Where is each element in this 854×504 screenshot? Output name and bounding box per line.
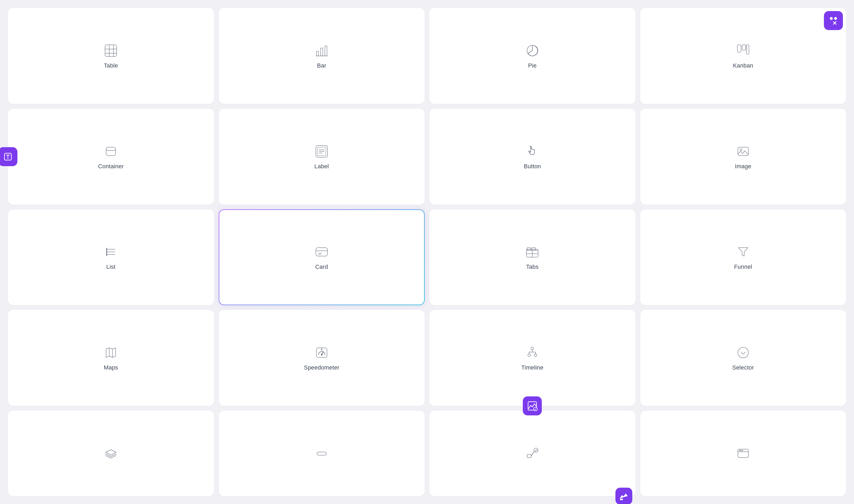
grid-item-window[interactable]	[640, 411, 846, 496]
grid-item-selector[interactable]: Selector	[640, 310, 846, 406]
grid-item-container-label: Container	[98, 163, 124, 170]
grid-item-label[interactable]: Label	[219, 109, 425, 205]
grid-item-kanban-label: Kanban	[733, 62, 753, 69]
svg-point-61	[738, 347, 748, 358]
image-icon	[735, 143, 751, 159]
grid-item-maps[interactable]: Maps	[8, 310, 214, 406]
svg-rect-7	[325, 46, 327, 56]
pie-icon	[524, 43, 540, 58]
component-grid: Table Bar Pie	[0, 0, 854, 504]
svg-point-30	[740, 149, 742, 151]
svg-rect-35	[316, 248, 328, 256]
container-badge-button[interactable]	[0, 147, 17, 166]
svg-rect-6	[321, 48, 323, 56]
svg-rect-63	[527, 454, 531, 457]
speedometer-icon	[314, 345, 330, 361]
grid-item-layers[interactable]	[8, 411, 214, 496]
chart-node-badge-button[interactable]	[615, 488, 632, 504]
svg-point-68	[739, 450, 740, 451]
button-icon	[524, 143, 540, 159]
grid-item-image-label: Image	[735, 163, 751, 170]
container-icon	[103, 143, 119, 159]
svg-point-15	[830, 17, 833, 20]
grid-item-button[interactable]: Button	[429, 109, 635, 205]
grid-item-container[interactable]: Container	[8, 109, 214, 205]
grid-item-bar-label: Bar	[317, 62, 326, 69]
maps-icon	[103, 345, 119, 361]
svg-rect-5	[316, 51, 318, 56]
svg-point-69	[741, 450, 743, 451]
grid-item-card-label: Card	[315, 264, 328, 270]
grid-item-funnel[interactable]: Funnel	[640, 210, 846, 305]
grid-item-list[interactable]: List	[8, 210, 214, 305]
label-icon	[314, 143, 330, 159]
grid-item-table-label: Table	[104, 62, 118, 69]
grid-item-table[interactable]: Table	[8, 8, 214, 104]
svg-line-11	[528, 51, 532, 53]
svg-rect-40	[527, 248, 531, 250]
svg-rect-62	[317, 452, 327, 455]
grid-item-funnel-label: Funnel	[734, 264, 752, 270]
list-icon	[103, 244, 119, 260]
grid-item-pie-label: Pie	[528, 62, 537, 69]
svg-point-52	[531, 347, 534, 350]
grid-item-tabs[interactable]: Tabs	[429, 210, 635, 305]
svg-point-16	[834, 17, 837, 20]
kanban-icon	[735, 43, 751, 58]
svg-rect-0	[105, 45, 117, 56]
grid-item-pie[interactable]: Pie	[429, 8, 635, 104]
svg-point-49	[321, 354, 323, 356]
grid-item-button-label: Button	[524, 163, 541, 170]
svg-point-50	[321, 349, 322, 350]
grid-item-pill[interactable]	[219, 411, 425, 496]
svg-rect-65	[620, 499, 623, 500]
svg-rect-19	[106, 147, 116, 156]
bar-icon	[314, 43, 330, 58]
tabs-icon	[524, 244, 540, 260]
card-icon	[314, 244, 330, 260]
grid-item-card[interactable]: Card	[219, 210, 425, 305]
grid-item-list-label: List	[106, 264, 116, 270]
svg-rect-12	[737, 45, 741, 52]
grid-item-maps-label: Maps	[104, 364, 118, 371]
grid-item-tabs-label: Tabs	[526, 264, 539, 270]
svg-rect-29	[738, 147, 748, 156]
chart-node-icon	[524, 446, 540, 461]
grid-item-speedometer[interactable]: Speedometer	[219, 310, 425, 406]
grid-item-chart-node[interactable]	[429, 411, 635, 496]
grid-item-selector-label: Selector	[732, 364, 754, 371]
svg-rect-13	[742, 45, 746, 50]
timeline-badge-button[interactable]	[523, 396, 542, 415]
table-icon	[103, 43, 119, 58]
grid-item-kanban[interactable]: Kanban	[640, 8, 846, 104]
funnel-icon	[735, 244, 751, 260]
timeline-icon	[524, 345, 540, 361]
grid-item-timeline-label: Timeline	[521, 364, 543, 371]
grid-item-label-label: Label	[314, 163, 329, 170]
grid-item-image[interactable]: Image	[640, 109, 846, 205]
layers-icon	[103, 446, 119, 461]
svg-rect-41	[532, 248, 536, 250]
pill-icon	[314, 446, 330, 461]
svg-rect-14	[746, 45, 749, 54]
kanban-badge-button[interactable]	[824, 11, 843, 30]
selector-icon	[735, 345, 751, 361]
window-icon	[735, 446, 751, 461]
grid-item-bar[interactable]: Bar	[219, 8, 425, 104]
grid-item-speedometer-label: Speedometer	[304, 364, 339, 371]
grid-item-timeline[interactable]: Timeline	[429, 310, 635, 406]
